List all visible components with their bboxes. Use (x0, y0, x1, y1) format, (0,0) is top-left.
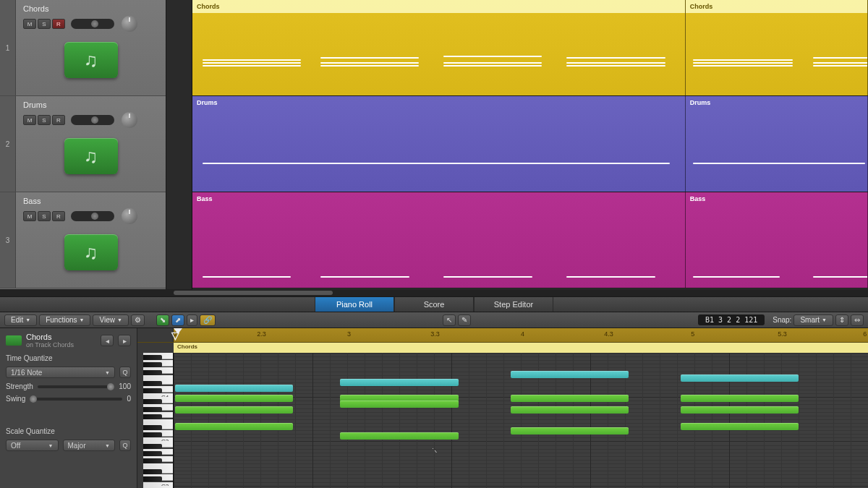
snap-label: Snap: (773, 316, 791, 324)
piano-keyboard[interactable]: C4C3C2C1 (137, 353, 174, 488)
swing-value: 0 (127, 395, 131, 403)
midi-region-drums[interactable]: Drums (192, 96, 686, 192)
scale-quantize-button[interactable]: Q (119, 440, 131, 451)
midi-out-button[interactable]: ⬈ (171, 314, 184, 326)
instrument-icon[interactable]: ♫ (64, 138, 118, 174)
midi-note[interactable] (511, 427, 629, 435)
piano-grid[interactable]: C4C3C2C1 ⟍ (137, 353, 868, 488)
piano-key-black[interactable] (143, 370, 162, 375)
quantize-button[interactable]: Q (119, 367, 131, 378)
midi-note[interactable] (175, 423, 293, 430)
piano-key-black[interactable] (143, 355, 162, 360)
midi-note[interactable] (175, 385, 293, 392)
pointer-tool[interactable]: ↖ (443, 314, 456, 326)
music-note-icon: ♫ (84, 241, 98, 264)
piano-key-black[interactable] (143, 476, 162, 481)
midi-note[interactable] (681, 423, 799, 430)
ruler-tick: 3 (347, 330, 351, 338)
piano-key-black[interactable] (143, 425, 162, 430)
region-strip-label[interactable]: ▽ Chords (174, 343, 868, 353)
instrument-icon[interactable]: ♫ (64, 42, 118, 78)
piano-key-black[interactable] (143, 414, 162, 419)
pan-knob[interactable] (122, 112, 137, 128)
piano-key-black[interactable] (143, 399, 162, 404)
scale-type-select[interactable]: Major▼ (63, 440, 116, 451)
midi-note[interactable] (340, 379, 458, 386)
track-header-chords[interactable]: 1 Chords M S R ♫ (0, 0, 166, 96)
midi-note[interactable] (511, 406, 629, 414)
mute-button[interactable]: M (23, 115, 36, 125)
midi-note[interactable] (511, 395, 629, 402)
prev-region-button[interactable]: ◂ (101, 335, 114, 346)
piano-key-black[interactable] (143, 362, 162, 367)
midi-note[interactable] (681, 374, 799, 382)
catch-button[interactable]: ▸ (187, 314, 197, 326)
record-enable-button[interactable]: R (52, 211, 65, 221)
strength-label: Strength (6, 382, 33, 390)
horizontal-scrollbar[interactable] (0, 289, 868, 296)
tab-piano-roll[interactable]: Piano Roll (315, 297, 394, 312)
piano-key-black[interactable] (143, 469, 162, 474)
midi-note[interactable] (175, 406, 293, 414)
mute-button[interactable]: M (23, 19, 36, 29)
midi-in-button[interactable]: ⬊ (156, 314, 169, 326)
ruler-tick: 2.3 (257, 330, 266, 338)
link-button[interactable]: 🔗 (200, 314, 216, 326)
midi-region-chords[interactable]: Chords (686, 0, 868, 95)
midi-region-drums[interactable]: Drums (686, 96, 868, 192)
midi-note[interactable] (681, 406, 799, 414)
piano-key-black[interactable] (143, 388, 162, 393)
region-strip: ▽ Chords (137, 343, 868, 353)
piano-key-black[interactable] (143, 407, 162, 412)
piano-key-black[interactable] (143, 458, 162, 463)
scale-enable-select[interactable]: Off▼ (6, 440, 59, 451)
midi-region-chords[interactable]: Chords (192, 0, 686, 95)
piano-key-black[interactable] (143, 432, 162, 437)
pan-knob[interactable] (122, 208, 137, 224)
edit-menu[interactable]: Edit▼ (4, 314, 37, 326)
zoom-v-icon[interactable]: ⇕ (835, 314, 848, 326)
tab-step-editor[interactable]: Step Editor (474, 297, 553, 312)
track-header-bass[interactable]: 3 Bass M S R ♫ (0, 192, 166, 288)
arrange-timeline[interactable]: Chords Chords (166, 0, 868, 289)
midi-note[interactable] (681, 395, 799, 402)
mute-button[interactable]: M (23, 211, 36, 221)
functions-menu[interactable]: Functions▼ (39, 314, 90, 326)
piano-key-black[interactable] (143, 444, 162, 449)
instrument-icon[interactable]: ♫ (64, 234, 118, 270)
midi-note[interactable] (340, 401, 458, 408)
midi-region-bass[interactable]: Bass (686, 192, 868, 288)
volume-slider[interactable] (71, 211, 114, 221)
record-enable-button[interactable]: R (52, 19, 65, 29)
snap-select[interactable]: Smart▼ (793, 314, 833, 326)
piano-key-black[interactable] (143, 381, 162, 386)
midi-note[interactable] (511, 371, 629, 378)
piano-key-black[interactable] (143, 451, 162, 456)
view-menu[interactable]: View▼ (93, 314, 128, 326)
timeline-ruler[interactable]: 22.333.344.355.36 (137, 328, 868, 343)
pencil-tool[interactable]: ✎ (458, 314, 471, 326)
solo-button[interactable]: S (38, 19, 51, 29)
volume-slider[interactable] (71, 115, 114, 125)
ruler-tick: 3.3 (430, 330, 440, 338)
midi-note[interactable] (175, 395, 293, 402)
zoom-h-icon[interactable]: ⇔ (851, 314, 864, 326)
time-quantize-select[interactable]: 1/16 Note▼ (6, 367, 115, 378)
swing-slider[interactable] (30, 398, 122, 401)
strength-slider[interactable] (38, 385, 115, 388)
next-region-button[interactable]: ▸ (118, 335, 131, 346)
pan-knob[interactable] (122, 16, 137, 32)
track-name: Drums (23, 100, 158, 109)
midi-note[interactable] (340, 432, 458, 440)
solo-button[interactable]: S (38, 115, 51, 125)
midi-region-bass[interactable]: Bass (192, 192, 686, 288)
track-number: 1 (0, 0, 16, 95)
track-header-drums[interactable]: 2 Drums M S R ♫ (0, 96, 166, 192)
solo-button[interactable]: S (38, 211, 51, 221)
tab-score[interactable]: Score (394, 297, 474, 312)
settings-icon[interactable]: ⚙ (131, 314, 145, 326)
record-enable-button[interactable]: R (52, 115, 65, 125)
volume-slider[interactable] (71, 19, 114, 29)
pencil-cursor-icon: ⟍ (430, 445, 440, 456)
cycle-marker-icon[interactable]: ▽ (171, 330, 179, 341)
